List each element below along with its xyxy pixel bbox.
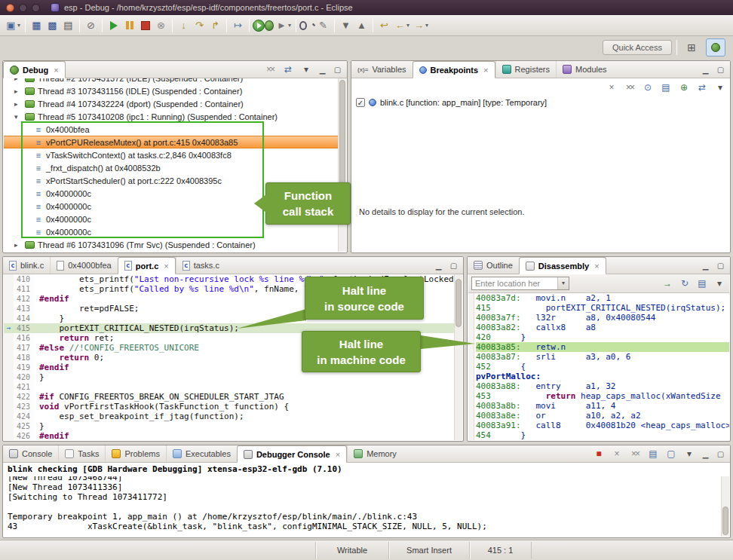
console-tab-tasks[interactable]: Tasks <box>58 445 105 462</box>
disassembly-line[interactable]: 420 } <box>476 332 729 342</box>
disassembly-line[interactable]: pvPortMalloc: <box>476 372 729 381</box>
toolbar-step-into-icon[interactable]: ↓ <box>176 17 192 33</box>
disassembly-line[interactable]: 40083a82: callx8 a8 <box>476 323 729 332</box>
debug-scrollbar[interactable] <box>338 78 346 252</box>
toolbar-skip-all-breakpoints-icon[interactable]: ⊘ <box>83 17 99 33</box>
twisty-icon[interactable]: ▾ <box>14 113 22 121</box>
breakpoint-ruler-cell[interactable] <box>4 353 14 363</box>
debug-thread-row[interactable]: ▸Thread #2 1073431372 (IDLE) (Suspended … <box>4 78 338 84</box>
toolbar-debug-icon[interactable] <box>265 20 274 31</box>
code-line[interactable]: 421 <box>4 382 454 392</box>
maximize-view-button[interactable]: ▢ <box>715 66 726 74</box>
minimize-view-button[interactable]: ▁ <box>433 262 444 270</box>
disassembly-line[interactable]: 40083a87: srli a3, a0, 6 <box>476 352 729 362</box>
combo-dropdown-icon[interactable]: ▾ <box>557 277 569 289</box>
toolbar-step-return-icon[interactable]: ↱ <box>207 17 223 33</box>
toolbar-search-icon[interactable] <box>299 17 315 33</box>
breakpoint-list-item[interactable]: ✓ blink.c [function: app_main] [type: Te… <box>356 96 547 109</box>
console-tab-executables[interactable]: Executables <box>166 445 237 462</box>
editor-tab-0x4000bfea[interactable]: 0x4000bfea <box>50 257 118 274</box>
console-scrollbar-thumb[interactable] <box>722 506 728 535</box>
breakpoint-enabled-checkbox[interactable]: ✓ <box>356 98 365 107</box>
debug-thread-row[interactable]: ▸Thread #4 1073432224 (dport) (Suspended… <box>4 97 338 110</box>
debug-thread-row[interactable]: ▸Thread #6 1073431096 (Tmr Svc) (Suspend… <box>4 238 338 251</box>
remove-launch-icon[interactable]: × <box>610 447 624 461</box>
debug-frame-row[interactable]: ≡0x4000bfea <box>4 123 338 136</box>
breakpoint-ruler-cell[interactable] <box>4 431 14 440</box>
breakpoint-ruler-cell[interactable] <box>4 363 14 372</box>
debug-scrollbar-thumb[interactable] <box>339 80 345 193</box>
clear-console-icon[interactable]: ▤ <box>646 447 660 461</box>
editor-tab-blink-c[interactable]: cblink.c <box>3 257 50 274</box>
maximize-view-button[interactable]: ▢ <box>715 262 726 270</box>
code-line[interactable]: 424 esp_set_breakpoint_if_jtag(function)… <box>4 412 454 421</box>
disassembly-tab-disassembly[interactable]: Disassembly× <box>519 257 606 274</box>
toolbar-last-edit-location-icon[interactable]: ↩ <box>376 17 392 33</box>
debug-tab-debug[interactable]: Debug× <box>3 61 66 78</box>
disassembly-line[interactable]: 452 { <box>476 362 729 372</box>
editor-scrollbar[interactable] <box>454 274 462 440</box>
open-console-icon[interactable]: ▾ <box>682 447 696 461</box>
disassembly-line[interactable]: 40083a8e: or a10, a2, a2 <box>476 411 729 421</box>
breakpoint-ruler-cell[interactable] <box>4 274 14 284</box>
debug-frame-row[interactable]: ≡vTaskSwitchContext() at tasks.c:2,846 0… <box>4 148 338 161</box>
view-menu-icon[interactable]: ▾ <box>299 63 313 76</box>
disassembly-line[interactable]: 40083a88: entry a1, 32 <box>476 381 729 391</box>
toolbar-resume-icon[interactable] <box>106 17 121 33</box>
breakpoint-ruler-cell[interactable] <box>4 372 14 382</box>
close-tab-icon[interactable]: × <box>594 262 599 271</box>
breakpoint-ruler-cell[interactable] <box>4 304 14 314</box>
breakpoints-tab-registers[interactable]: Registers <box>495 61 556 78</box>
editor-tab-port-c[interactable]: cport.c× <box>118 257 176 274</box>
quick-access-button[interactable]: Quick Access <box>603 40 672 55</box>
breakpoint-ruler-cell[interactable] <box>4 314 14 323</box>
toolbar-save-icon[interactable]: ▦ <box>29 17 44 33</box>
instruction-pointer-icon[interactable]: → <box>4 323 14 333</box>
toolbar-external-tools-icon[interactable]: ► <box>274 17 290 33</box>
window-maximize-button[interactable] <box>32 4 40 12</box>
code-line[interactable]: 422#if CONFIG_FREERTOS_BREAK_ON_SCHEDULE… <box>4 392 454 402</box>
breakpoint-ruler-cell[interactable] <box>4 382 14 392</box>
console-tab-memory[interactable]: Memory <box>347 445 403 462</box>
toolbar-forward-icon[interactable]: → <box>411 17 427 33</box>
breakpoint-ruler-cell[interactable] <box>4 421 14 431</box>
minimize-view-button[interactable]: ▁ <box>700 66 711 74</box>
link-with-debug-view-icon[interactable]: ⇄ <box>695 81 709 94</box>
toolbar-print-icon[interactable]: ▤ <box>60 17 76 33</box>
remove-breakpoint-icon[interactable]: × <box>605 81 618 94</box>
breakpoint-ruler-cell[interactable] <box>4 333 14 343</box>
code-line[interactable]: 420} <box>4 372 454 382</box>
minimize-view-button[interactable]: ▁ <box>700 450 711 458</box>
twisty-icon[interactable]: ▸ <box>14 241 22 249</box>
window-minimize-button[interactable] <box>19 4 27 12</box>
toolbar-mark-occurrences-icon[interactable]: ✎ <box>315 17 331 33</box>
breakpoints-tab-variables[interactable]: (x)=Variables <box>351 61 413 78</box>
console-scrollbar[interactable] <box>721 476 729 537</box>
debug-frame-row[interactable]: ≡_frxt_dispatch() at 0x4008532b <box>4 161 338 174</box>
console-tab-problems[interactable]: Problems <box>105 445 165 462</box>
toolbar-save-all-icon[interactable]: ▩ <box>44 17 60 33</box>
debug-frame-row[interactable]: ≡vPortCPUReleaseMutex() at port.c:415 0x… <box>4 136 338 148</box>
disassembly-location-combo[interactable]: Enter location her ▾ <box>471 277 569 290</box>
disassembly-line[interactable]: 454 } <box>476 430 729 440</box>
go-to-file-icon[interactable]: ▤ <box>659 81 673 94</box>
view-menu-icon[interactable]: ▾ <box>713 81 727 94</box>
toolbar-back-icon[interactable]: ← <box>392 17 408 33</box>
editor-tab-tasks-c[interactable]: ctasks.c <box>176 257 225 274</box>
close-tab-icon[interactable]: × <box>54 66 58 75</box>
disassembly-line[interactable]: 40083a7d: movi.n a2, 1 <box>476 293 729 303</box>
open-perspective-button[interactable]: ⊞ <box>682 38 701 57</box>
disassembly-line[interactable]: 40083a7f: l32r a8, 0x40080544 <box>476 313 729 323</box>
close-tab-icon[interactable]: × <box>483 66 488 75</box>
code-line[interactable]: 426#endif <box>4 431 454 440</box>
remove-all-breakpoints-icon[interactable]: ×× <box>623 81 636 94</box>
window-close-button[interactable] <box>6 4 14 12</box>
close-tab-icon[interactable]: × <box>336 450 340 459</box>
disassembly-line[interactable]: 453 return heap_caps_malloc(xWantedSize <box>476 391 729 401</box>
code-line[interactable]: 423void vPortFirstTaskHook(TaskFunction_… <box>4 402 454 412</box>
code-line[interactable]: 425} <box>4 421 454 431</box>
toolbar-instruction-stepping-icon[interactable]: ↦ <box>230 17 246 33</box>
maximize-view-button[interactable]: ▢ <box>332 66 343 74</box>
debug-thread-row[interactable]: ▾Thread #5 1073410208 (ipc1 : Running) (… <box>4 110 338 123</box>
instruction-stepping-mode-icon[interactable]: ⇄ <box>281 63 295 76</box>
